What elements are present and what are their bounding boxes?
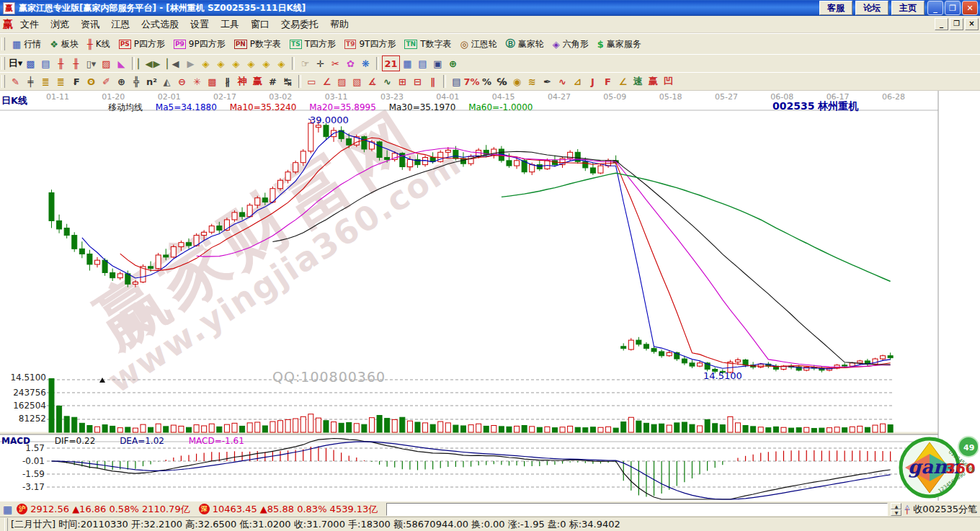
draw-tool-icon-40[interactable]: F [600, 74, 615, 89]
draw-tool-icon-31[interactable]: 7% [464, 74, 479, 89]
menu-item-5[interactable]: 设置 [190, 19, 209, 30]
draw-tool-icon-24[interactable]: ∡ [365, 74, 380, 89]
nav-tool-icon-4[interactable]: ╫ [68, 56, 84, 71]
draw-tool-icon-42[interactable]: 速 [631, 74, 646, 89]
draw-tool-icon-33[interactable]: ℅ [494, 74, 509, 89]
nav-tool-icon-3[interactable]: ╫ [53, 56, 68, 71]
draw-tool-icon-27[interactable]: ⊟ [410, 74, 425, 89]
draw-tool-icon-37[interactable]: ∿ [555, 74, 570, 89]
menu-item-1[interactable]: 浏览 [50, 19, 69, 30]
draw-tool-icon-1[interactable]: ╪ [23, 74, 38, 89]
toolbar-grip[interactable] [1, 57, 5, 70]
homepage-button[interactable]: 主页 [891, 1, 925, 15]
tool-9P四方形[interactable]: P99P四方形 [169, 36, 230, 52]
menu-item-6[interactable]: 工具 [220, 19, 239, 30]
mdi-restore-icon[interactable]: ❐ [950, 18, 963, 30]
draw-tool-icon-16[interactable]: 赢 [250, 74, 265, 89]
nav-tool-icon-17[interactable]: ◈ [259, 56, 274, 71]
draw-tool-icon-21[interactable]: ∠ [319, 74, 334, 89]
draw-tool-icon-41[interactable]: ∠ [615, 74, 631, 89]
nav-tool-icon-5[interactable]: ▯▾ [84, 56, 99, 71]
nav-tool-icon-20[interactable]: ☞ [298, 56, 313, 71]
draw-tool-icon-13[interactable]: ▩ [205, 74, 220, 89]
tool-T四方形[interactable]: TST四方形 [285, 36, 340, 52]
nav-tool-icon-27[interactable]: ▦ [400, 56, 415, 71]
draw-tool-icon-18[interactable]: ↹ [280, 74, 295, 89]
menu-item-2[interactable]: 资讯 [81, 19, 99, 30]
nav-tool-icon-10[interactable]: ▶▕ [153, 56, 168, 71]
nav-tool-icon-22[interactable]: ✂ [328, 56, 343, 71]
tool-9T四方形[interactable]: T99T四方形 [340, 36, 400, 52]
menu-item-4[interactable]: 公式选股 [141, 19, 179, 30]
menu-item-0[interactable]: 文件 [20, 19, 39, 30]
nav-tool-icon-9[interactable]: ▏◀ [138, 56, 153, 71]
draw-tool-icon-17[interactable]: # [265, 74, 280, 89]
draw-tool-icon-30[interactable]: ▤ [449, 74, 464, 89]
draw-tool-icon-32[interactable]: % [479, 74, 494, 89]
draw-tool-icon-7[interactable]: ⊕ [114, 74, 129, 89]
spinner-control[interactable]: ▲▼ [891, 503, 901, 516]
tool-行情[interactable]: ▦行情 [8, 36, 45, 52]
command-input[interactable] [386, 503, 888, 516]
draw-tool-icon-25[interactable]: ∿ [380, 74, 395, 89]
draw-tool-icon-39[interactable]: J [585, 74, 600, 89]
mdi-minimize-icon[interactable]: _ [935, 18, 948, 30]
draw-tool-icon-22[interactable]: ▨ [334, 74, 349, 89]
draw-tool-icon-44[interactable]: 凹 [661, 74, 676, 89]
draw-tool-icon-2[interactable]: ≣ [38, 74, 53, 89]
draw-tool-icon-38[interactable]: ⊿ [570, 74, 585, 89]
minimize-icon[interactable]: _ [927, 1, 943, 15]
nav-tool-icon-18[interactable]: ◈ [274, 56, 289, 71]
spinner-up-icon[interactable]: ▲ [891, 503, 901, 509]
nav-tool-icon-0[interactable]: 日▾ [8, 56, 23, 71]
tool-赢家轮[interactable]: Ⓑ赢家轮 [502, 36, 548, 52]
tool-P数字表[interactable]: PNP数字表 [230, 36, 285, 52]
tool-P四方形[interactable]: PSP四方形 [115, 36, 169, 52]
nav-tool-icon-28[interactable]: ▤ [415, 56, 430, 71]
nav-tool-icon-23[interactable]: ✿ [343, 56, 358, 71]
draw-tool-icon-8[interactable]: ╬ [129, 74, 144, 89]
nav-tool-icon-6[interactable]: ▨ [99, 56, 114, 71]
customer-service-button[interactable]: 客服 [819, 1, 852, 15]
draw-tool-icon-20[interactable]: ▭ [304, 74, 319, 89]
draw-tool-icon-28[interactable]: ∥ [425, 74, 440, 89]
forum-button[interactable]: 论坛 [855, 1, 888, 15]
draw-tool-icon-34[interactable]: ◉ [509, 74, 525, 89]
close-icon[interactable]: ✕ [962, 1, 978, 15]
mdi-close-icon[interactable]: × [965, 18, 979, 30]
draw-tool-icon-26[interactable]: ⊞ [395, 74, 410, 89]
draw-tool-icon-3[interactable]: ≣ [53, 74, 68, 89]
draw-tool-icon-15[interactable]: 神 [235, 74, 250, 89]
menu-item-9[interactable]: 帮助 [330, 19, 349, 30]
nav-tool-icon-12[interactable]: ▶ [183, 56, 198, 71]
draw-tool-icon-5[interactable]: ʘ [84, 74, 99, 89]
menu-item-7[interactable]: 窗口 [251, 19, 270, 30]
draw-tool-icon-23[interactable]: ▧ [349, 74, 365, 89]
tool-板块[interactable]: ❖板块 [45, 36, 83, 52]
draw-tool-icon-11[interactable]: ⊖ [174, 74, 190, 89]
nav-tool-icon-29[interactable]: ▣ [430, 56, 445, 71]
draw-tool-icon-10[interactable]: ◭ [159, 74, 174, 89]
spinner-down-icon[interactable]: ▼ [891, 509, 901, 516]
restore-icon[interactable]: ❐ [945, 1, 961, 15]
toolbar-grip[interactable] [1, 37, 5, 50]
nav-tool-icon-7[interactable]: ◣ [114, 56, 129, 71]
nav-tool-icon-15[interactable]: ◈ [228, 56, 244, 71]
draw-tool-icon-14[interactable]: ∦ [220, 74, 235, 89]
draw-tool-icon-35[interactable]: ≋ [525, 74, 540, 89]
calendar-icon[interactable]: ▦ [3, 504, 12, 515]
tool-T数字表[interactable]: TNT数字表 [400, 36, 455, 52]
tool-K线[interactable]: ╫K线 [83, 36, 115, 52]
tool-六角形[interactable]: ◈六角形 [548, 36, 593, 52]
menu-item-8[interactable]: 交易委托 [281, 19, 318, 30]
tick-data-label[interactable]: 收002535分笔 [913, 503, 977, 516]
nav-tool-icon-14[interactable]: ◈ [213, 56, 228, 71]
tool-赢家服务[interactable]: $赢家服务 [593, 36, 646, 52]
nav-tool-icon-30[interactable]: ⊕ [445, 56, 460, 71]
draw-tool-icon-36[interactable]: ✒ [540, 74, 555, 89]
nav-tool-icon-1[interactable]: ▩ [23, 56, 38, 71]
nav-tool-icon-11[interactable]: ◀ [168, 56, 183, 71]
draw-tool-icon-0[interactable]: ✎ [8, 74, 23, 89]
nav-tool-icon-21[interactable]: ✛ [313, 56, 328, 71]
nav-tool-icon-2[interactable]: ▤ [38, 56, 53, 71]
